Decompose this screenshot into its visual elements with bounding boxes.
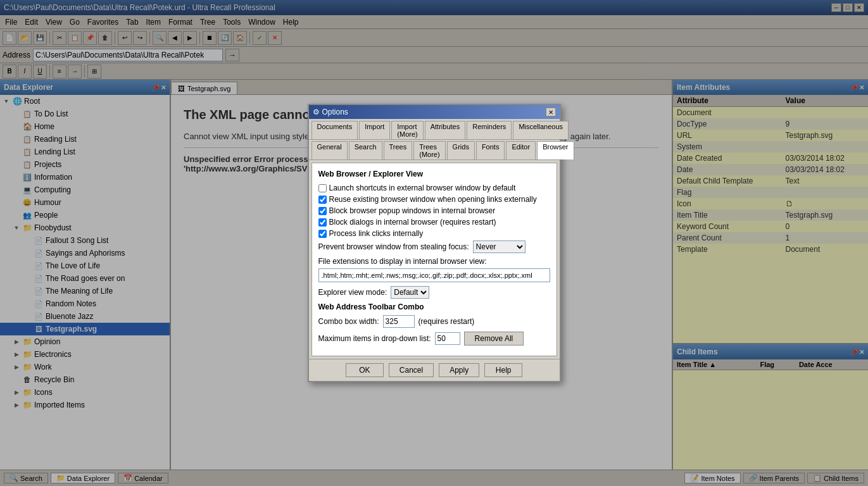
modal-tab-general[interactable]: General <box>311 141 348 159</box>
modal-tab-documents[interactable]: Documents <box>311 121 358 139</box>
explorer-mode-label: Explorer view mode: <box>318 288 387 297</box>
prevent-focus-label: Prevent browser window from stealing foc… <box>318 242 469 251</box>
options-title: Options <box>322 108 348 116</box>
modal-footer: OK Cancel Apply Help <box>309 359 560 381</box>
modal-tab-trees[interactable]: Trees <box>384 141 413 159</box>
checkbox-row-2: Reuse existing browser window when openi… <box>318 195 550 204</box>
modal-tab-grids[interactable]: Grids <box>447 141 475 159</box>
max-items-row: Maximum items in drop-down list: Remove … <box>318 332 550 346</box>
combo-width-row: Combo box width: (requires restart) <box>318 315 550 328</box>
modal-tab-importmore[interactable]: Import (More) <box>391 121 423 139</box>
modal-tab-editor[interactable]: Editor <box>506 141 536 159</box>
checkbox-row-3: Block browser popup windows in internal … <box>318 206 550 215</box>
combo-width-label: Combo box width: <box>318 317 379 326</box>
combo-width-input[interactable] <box>383 315 415 328</box>
prevent-focus-row: Prevent browser window from stealing foc… <box>318 240 550 253</box>
cb-process-links-label: Process link clicks internally <box>329 229 424 238</box>
prevent-focus-select[interactable]: Never Always Sometimes <box>473 240 525 253</box>
modal-tabs-row2: General Search Trees Trees (More) Grids … <box>309 140 560 160</box>
modal-tab-treesmore[interactable]: Trees (More) <box>413 141 445 159</box>
modal-tab-reminders[interactable]: Reminders <box>467 121 512 139</box>
cb-block-popup[interactable] <box>318 207 327 215</box>
options-icon: ⚙ <box>313 108 320 116</box>
ok-button[interactable]: OK <box>346 363 384 377</box>
cb-block-dialogs[interactable] <box>318 218 327 227</box>
cancel-button[interactable]: Cancel <box>389 363 434 377</box>
web-address-label: Web Address Toolbar Combo <box>318 302 550 311</box>
cb-block-dialogs-label: Block dialogs in internal browser (requi… <box>329 218 496 227</box>
checkbox-row-5: Process link clicks internally <box>318 229 550 238</box>
modal-overlay: ⚙ Options ✕ Documents Import Import (Mor… <box>0 0 868 486</box>
file-ext-label: File extensions to display in internal b… <box>318 257 550 266</box>
modal-close-button[interactable]: ✕ <box>546 108 556 116</box>
file-ext-value: .html;.htm;.mht;.eml;.nws;.msg;.ico;.gif… <box>318 268 550 282</box>
max-items-input[interactable] <box>435 332 460 345</box>
explorer-mode-select[interactable]: Default Full None <box>391 286 429 299</box>
checkbox-row-4: Block dialogs in internal browser (requi… <box>318 218 550 227</box>
modal-tab-attributes[interactable]: Attributes <box>425 121 465 139</box>
modal-section-title: Web Browser / Explorer View <box>318 170 550 178</box>
modal-title-left: ⚙ Options <box>313 108 348 116</box>
combo-width-note: (requires restart) <box>418 317 475 326</box>
checkbox-row-1: Launch shortcuts in external browser win… <box>318 184 550 192</box>
modal-tabs-row1: Documents Import Import (More) Attribute… <box>309 119 560 140</box>
cb-reuse-browser[interactable] <box>318 196 327 204</box>
cb-process-links[interactable] <box>318 230 327 238</box>
modal-tab-import[interactable]: Import <box>359 121 390 139</box>
explorer-mode-row: Explorer view mode: Default Full None <box>318 286 550 299</box>
modal-tab-miscellaneous[interactable]: Miscellaneous <box>513 121 569 139</box>
modal-tab-search[interactable]: Search <box>349 141 382 159</box>
help-button[interactable]: Help <box>484 363 522 377</box>
modal-content: Web Browser / Explorer View Launch short… <box>311 163 557 356</box>
cb-block-popup-label: Block browser popup windows in internal … <box>329 206 496 215</box>
cb-external-browser-label: Launch shortcuts in external browser win… <box>329 184 516 192</box>
options-dialog: ⚙ Options ✕ Documents Import Import (Mor… <box>308 104 561 382</box>
modal-title-bar: ⚙ Options ✕ <box>309 105 560 119</box>
modal-tab-fonts[interactable]: Fonts <box>476 141 505 159</box>
cb-external-browser[interactable] <box>318 184 327 192</box>
max-items-label: Maximum items in drop-down list: <box>318 334 431 343</box>
remove-all-button[interactable]: Remove All <box>464 332 524 346</box>
modal-tab-browser[interactable]: Browser <box>537 141 574 159</box>
apply-button[interactable]: Apply <box>439 363 479 377</box>
cb-reuse-browser-label: Reuse existing browser window when openi… <box>329 195 537 204</box>
